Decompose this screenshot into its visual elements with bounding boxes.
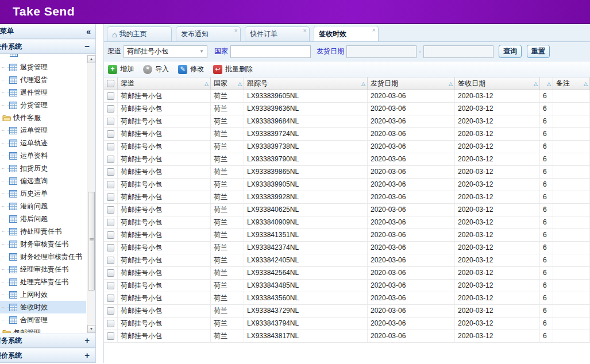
table-row[interactable]: 荷邮挂号小包荷兰LX933843817NL2020-03-062020-03-1… [104,330,590,343]
row-checkbox[interactable] [107,282,114,289]
tree-item-偏远查询[interactable]: 偏远查询 [0,175,86,187]
accordion-section-express[interactable]: 快件系统 − [0,39,95,54]
sort-icon[interactable]: △ [449,81,453,87]
table-row[interactable]: 荷邮挂号小包荷兰LX933841351NL2020-03-062020-03-1… [104,229,590,242]
table-row[interactable]: 荷邮挂号小包荷兰LX933839724NL2020-03-062020-03-1… [104,128,590,141]
tree-item-partial[interactable] [0,54,86,61]
table-row[interactable]: 荷邮挂号小包荷兰LX933842405NL2020-03-062020-03-1… [104,254,590,267]
scroll-up-icon[interactable]: ▲ [87,55,95,63]
tree-item-经理审批责任书[interactable]: 经理审批责任书 [0,263,86,276]
column-header-备注[interactable]: 备注△ [553,78,590,90]
sort-icon[interactable]: △ [238,81,242,87]
table-row[interactable]: 荷邮挂号小包荷兰LX933839928NL2020-03-062020-03-1… [104,191,590,204]
column-header-发货日期[interactable]: 发货日期△ [368,78,455,90]
tree-item-包邮管理[interactable]: 包邮管理 [0,326,86,333]
expand-section-icon[interactable]: + [84,351,90,359]
tree-item-扣货历史[interactable]: 扣货历史 [0,162,86,175]
table-row[interactable]: 荷邮挂号小包荷兰LX933839738NL2020-03-062020-03-1… [104,141,590,153]
accordion-section-finance[interactable]: 财务系统 + [0,333,95,348]
row-checkbox[interactable] [107,181,114,188]
tree-item-历史运单[interactable]: 历史运单 [0,187,86,200]
row-checkbox[interactable] [107,156,114,163]
channel-select[interactable]: 荷邮挂号小包 ▼ [124,45,207,58]
table-row[interactable]: 荷邮挂号小包荷兰LX933840625NL2020-03-062020-03-1… [104,204,590,216]
tree-item-退件管理[interactable]: 退件管理 [0,86,86,99]
tree-item-处理完毕责任书[interactable]: 处理完毕责任书 [0,276,86,288]
tree-item-分货管理[interactable]: 分货管理 [0,99,86,111]
table-row[interactable]: 荷邮挂号小包荷兰LX933839865NL2020-03-062020-03-1… [104,166,590,179]
row-checkbox[interactable] [107,92,114,100]
query-button[interactable]: 查询 [499,45,522,58]
collapse-sidebar-icon[interactable]: « [86,27,91,36]
row-checkbox[interactable] [107,193,114,201]
table-row[interactable]: 荷邮挂号小包荷兰LX933839636NL2020-03-062020-03-1… [104,103,590,115]
tree-item-上网时效[interactable]: 上网时效 [0,288,86,301]
row-checkbox[interactable] [107,168,114,176]
tree-item-财务经理审核责任书[interactable]: 财务经理审核责任书 [0,250,86,263]
row-checkbox[interactable] [107,244,114,251]
table-row[interactable]: 荷邮挂号小包荷兰LX933843560NL2020-03-062020-03-1… [104,292,590,305]
close-icon[interactable]: × [303,28,307,34]
scroll-down-icon[interactable]: ▼ [87,325,95,333]
row-checkbox[interactable] [107,320,114,327]
row-checkbox[interactable] [107,105,114,113]
column-header-渠道[interactable]: 渠道△ [118,78,211,90]
reset-button[interactable]: 重置 [527,45,550,58]
row-checkbox[interactable] [107,219,114,226]
tab-4[interactable]: 签收时效× [314,26,379,41]
close-icon[interactable]: × [372,27,376,33]
tree-item-运单轨迹[interactable]: 运单轨迹 [0,137,86,149]
toolbar-button-增加[interactable]: +增加 [108,64,134,74]
sort-icon[interactable]: △ [584,81,588,87]
close-icon[interactable]: × [234,28,238,34]
tree-item-待处理责任书[interactable]: 待处理责任书 [0,225,86,238]
toolbar-button-批量删除[interactable]: ↩批量删除 [213,64,253,74]
row-checkbox[interactable] [107,295,114,302]
tree-item-港前问题[interactable]: 港前问题 [0,200,86,212]
expand-section-icon[interactable]: + [84,336,90,344]
row-checkbox[interactable] [107,130,114,138]
tree-item-合同管理[interactable]: 合同管理 [0,313,86,326]
tree-item-港后问题[interactable]: 港后问题 [0,212,86,225]
tab-2[interactable]: 发布通知× [176,26,241,41]
tree-item-签收时效[interactable]: 签收时效 [0,301,86,313]
column-header-国家[interactable]: 国家△ [211,78,244,90]
column-header-跟踪号[interactable]: 跟踪号△ [244,78,368,90]
row-checkbox[interactable] [107,118,114,125]
toolbar-button-导入[interactable]: *导入 [143,64,169,74]
row-checkbox[interactable] [107,307,114,315]
scrollbar-thumb[interactable] [88,192,95,291]
tree-item-快件客服[interactable]: 快件客服 [0,111,86,124]
table-row[interactable]: 荷邮挂号小包荷兰LX933839684NL2020-03-062020-03-1… [104,115,590,128]
table-row[interactable]: 荷邮挂号小包荷兰LX933839790NL2020-03-062020-03-1… [104,153,590,166]
select-all-checkbox[interactable] [107,80,114,87]
row-checkbox[interactable] [107,206,114,214]
sort-icon[interactable]: △ [361,81,365,87]
row-checkbox[interactable] [107,143,114,150]
date-to-input[interactable] [423,45,493,58]
table-row[interactable]: 荷邮挂号小包荷兰LX933839905NL2020-03-062020-03-1… [104,179,590,191]
row-checkbox[interactable] [107,257,114,264]
accordion-section-quotation[interactable]: 报价系统 + [0,348,95,363]
country-input[interactable] [230,45,311,58]
sort-icon[interactable]: △ [205,81,209,87]
tree-item-财务审核责任书[interactable]: 财务审核责任书 [0,238,86,250]
table-row[interactable]: 荷邮挂号小包荷兰LX933840909NL2020-03-062020-03-1… [104,216,590,229]
tree-item-运单资料[interactable]: 运单资料 [0,149,86,162]
sort-icon[interactable]: △ [547,81,551,87]
table-row[interactable]: 荷邮挂号小包荷兰LX933842564NL2020-03-062020-03-1… [104,267,590,280]
toolbar-button-修改[interactable]: ✎修改 [178,64,204,74]
table-row[interactable]: 荷邮挂号小包荷兰LX933842374NL2020-03-062020-03-1… [104,242,590,254]
column-header-blank[interactable]: △ [540,78,553,90]
column-header-签收日期[interactable]: 签收日期△ [455,78,540,90]
tree-scrollbar[interactable]: ▲ ▼ [87,55,95,333]
row-checkbox[interactable] [107,231,114,239]
table-row[interactable]: 荷邮挂号小包荷兰LX933843485NL2020-03-062020-03-1… [104,280,590,292]
collapse-section-icon[interactable]: − [84,42,90,51]
chevron-down-icon[interactable]: ▼ [199,49,204,54]
date-from-input[interactable] [346,45,417,58]
sort-icon[interactable]: △ [534,81,538,87]
tree-item-退货管理[interactable]: 退货管理 [0,61,86,73]
tree-item-代理退货[interactable]: 代理退货 [0,73,86,86]
tab-1[interactable]: ⌂我的主页 [107,26,172,41]
